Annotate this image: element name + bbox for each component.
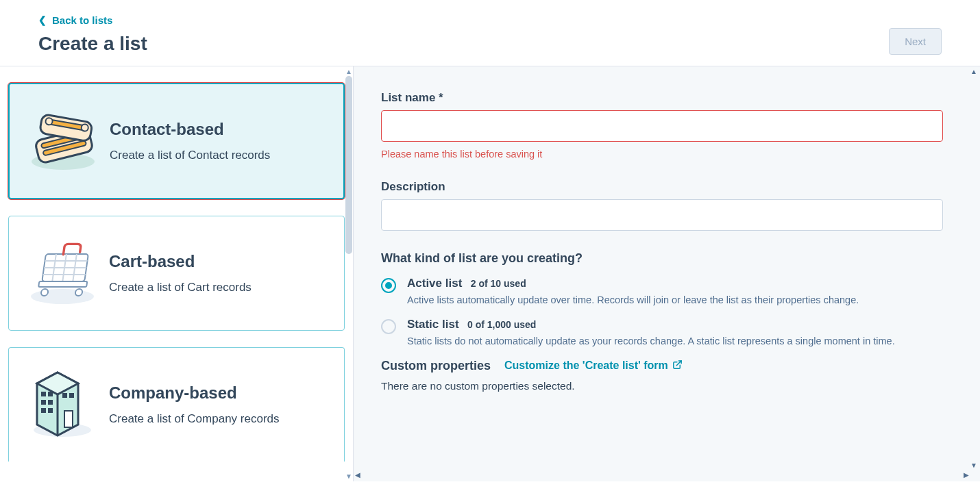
scroll-down-icon: ▼: [345, 472, 352, 480]
scroll-left-icon: ◀: [355, 471, 360, 479]
scroll-up-icon: ▲: [970, 68, 977, 75]
card-title: Cart-based: [109, 252, 252, 271]
custom-properties-empty: There are no custom properties selected.: [381, 380, 953, 392]
svg-point-17: [40, 289, 48, 296]
radio-desc: Active lists automatically update over t…: [407, 294, 859, 305]
radio-static-list[interactable]: Static list 0 of 1,000 used Static lists…: [381, 318, 953, 346]
svg-line-32: [676, 360, 681, 365]
card-title: Contact-based: [110, 120, 270, 139]
svg-rect-25: [41, 400, 46, 405]
description-label: Description: [381, 180, 953, 194]
list-type-panel: Contact-based Create a list of Contact r…: [0, 66, 354, 481]
svg-rect-23: [41, 392, 46, 396]
radio-usage: 0 of 1,000 used: [467, 319, 536, 330]
scroll-up-icon: ▲: [345, 68, 352, 75]
scroll-down-icon: ▼: [970, 462, 977, 469]
radio-button-icon: [381, 319, 396, 334]
list-name-input[interactable]: [381, 110, 943, 142]
back-to-lists-link[interactable]: ❮ Back to lists: [38, 14, 112, 26]
customize-form-link[interactable]: Customize the 'Create list' form: [504, 359, 683, 372]
list-name-label: List name *: [381, 91, 953, 105]
card-cart-based[interactable]: Cart-based Create a list of Cart records: [8, 216, 345, 331]
svg-point-7: [81, 124, 89, 132]
card-title: Company-based: [109, 383, 280, 403]
description-input[interactable]: [381, 199, 943, 231]
scroll-right-icon: ▶: [964, 471, 969, 479]
custom-properties-heading: Custom properties: [381, 359, 491, 373]
card-contact-based[interactable]: Contact-based Create a list of Contact r…: [8, 83, 345, 199]
page-header: ❮ Back to lists Create a list Next: [0, 0, 980, 66]
radio-title: Static list: [407, 318, 459, 331]
svg-rect-24: [48, 392, 53, 396]
card-desc: Create a list of Company records: [109, 412, 280, 426]
back-link-label: Back to lists: [52, 14, 112, 26]
external-link-icon: [672, 359, 683, 372]
left-pane-scrollbar[interactable]: ▲ ▼: [345, 66, 353, 481]
list-name-error: Please name this list before saving it: [381, 149, 953, 160]
radio-usage: 2 of 10 used: [471, 278, 526, 289]
list-details-panel: List name * Please name this list before…: [354, 66, 980, 481]
scroll-thumb[interactable]: [345, 76, 352, 254]
radio-desc: Static lists do not automatically update…: [407, 336, 895, 346]
svg-rect-31: [64, 411, 73, 427]
right-pane-scrollbar-vertical[interactable]: ▲ ▼: [969, 68, 979, 469]
svg-rect-26: [48, 400, 53, 405]
cart-icon: [21, 236, 103, 311]
right-pane-scrollbar-horizontal[interactable]: ◀ ▶: [355, 470, 969, 480]
radio-active-list[interactable]: Active list 2 of 10 used Active lists au…: [381, 277, 953, 305]
svg-rect-16: [38, 281, 87, 287]
radio-button-icon: [381, 278, 396, 293]
radio-title: Active list: [407, 277, 462, 290]
svg-point-6: [45, 117, 53, 125]
svg-rect-28: [48, 408, 53, 413]
card-desc: Create a list of Contact records: [110, 149, 270, 162]
card-desc: Create a list of Cart records: [109, 281, 252, 294]
svg-rect-29: [62, 393, 67, 398]
page-title: Create a list: [38, 33, 147, 55]
svg-rect-30: [69, 393, 74, 398]
list-kind-heading: What kind of list are you creating?: [381, 251, 953, 266]
chevron-left-icon: ❮: [38, 14, 47, 25]
svg-point-18: [75, 289, 82, 296]
company-icon: [21, 367, 103, 442]
card-company-based[interactable]: Company-based Create a list of Company r…: [8, 347, 345, 462]
contact-list-icon: [22, 103, 104, 179]
customize-form-link-label: Customize the 'Create list' form: [504, 359, 668, 372]
svg-point-8: [31, 289, 94, 304]
next-button[interactable]: Next: [889, 28, 942, 55]
svg-rect-27: [41, 408, 46, 413]
